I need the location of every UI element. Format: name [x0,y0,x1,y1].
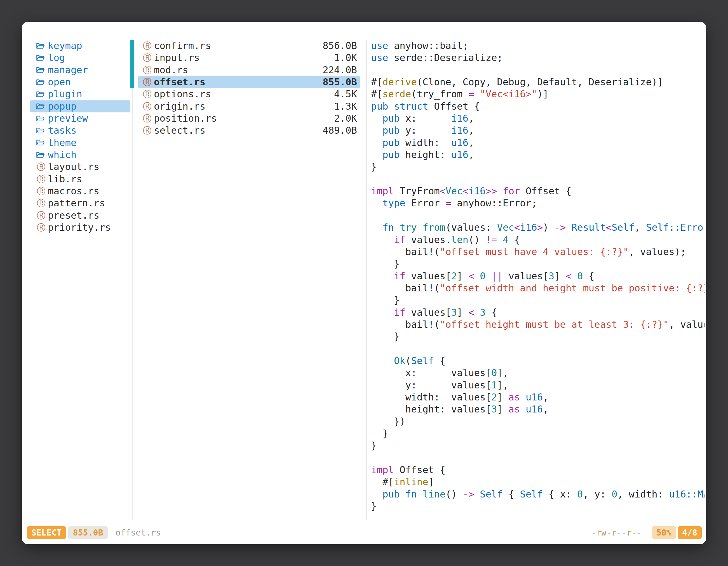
code-line: impl Offset { [371,464,704,476]
item-size: 2.0K [334,112,357,125]
code-line [371,210,704,222]
status-filename: offset.rs [116,528,161,537]
code-line: #[serde(try_from = "Vec<i16>")] [371,88,704,100]
permissions-text: -rw-r--r-- [591,528,642,537]
file-item-select-rs[interactable]: Ⓡselect.rs489.0B [138,125,360,137]
item-size: 489.0B [323,125,357,137]
code-line: pub fn line() -> Self { Self { x: 0, y: … [371,488,704,500]
folder-icon [36,55,46,61]
dir-item-preview[interactable]: preview [30,112,130,125]
rust-file-icon: Ⓡ [36,210,46,222]
folder-icon [36,152,46,158]
item-label: manager [48,64,88,76]
code-line: #[inline] [371,476,704,488]
parent-directory-list: keymaplogmanageropenpluginpopuppreviewta… [30,40,130,234]
item-size: 856.0B [323,40,357,52]
rust-file-icon: Ⓡ [142,64,152,76]
rust-file-icon: Ⓡ [142,52,152,64]
cursor-position-badge: 4/8 [678,526,702,539]
code-line [371,452,704,464]
current-directory-list: Ⓡconfirm.rs856.0BⓇinput.rs1.0KⓇmod.rs224… [138,40,360,137]
item-size: 4.5K [334,88,357,100]
folder-icon [36,127,46,134]
item-size: 1.0K [334,52,357,64]
item-label: confirm.rs [154,40,211,52]
rust-file-icon: Ⓡ [36,173,46,185]
item-label: plugin [48,88,82,100]
pane-separator-right [366,40,367,520]
code-line: pub height: u16, [371,149,704,161]
file-item-mod-rs[interactable]: Ⓡmod.rs224.0B [138,64,360,76]
file-item-preset-rs[interactable]: Ⓡpreset.rs [30,210,130,222]
file-item-macros-rs[interactable]: Ⓡmacros.rs [30,185,130,197]
code-line: } [371,161,704,173]
code-line: } [371,330,704,342]
dir-item-popup[interactable]: popup [30,100,130,112]
folder-icon [36,79,46,86]
code-line: } [371,440,704,452]
rust-file-icon: Ⓡ [36,197,46,209]
code-line: pub struct Offset { [371,100,704,112]
file-item-priority-rs[interactable]: Ⓡpriority.rs [30,222,130,234]
middle-pane-scrollbar[interactable] [130,40,134,88]
file-item-confirm-rs[interactable]: Ⓡconfirm.rs856.0B [138,40,360,52]
dir-item-log[interactable]: log [30,52,130,64]
dir-item-manager[interactable]: manager [30,64,130,76]
pane-separator-left [132,40,133,520]
code-line: if values[2] < 0 || values[3] < 0 { [371,270,704,282]
item-label: keymap [48,40,82,52]
item-size: 224.0B [323,64,357,76]
rust-file-icon: Ⓡ [142,40,152,52]
code-line [371,343,704,355]
folder-icon [36,103,46,110]
file-item-position-rs[interactable]: Ⓡposition.rs2.0K [138,112,360,125]
file-item-lib-rs[interactable]: Ⓡlib.rs [30,173,130,185]
code-line: height: values[3] as u16, [371,403,704,415]
folder-icon [36,67,46,73]
dir-item-plugin[interactable]: plugin [30,88,130,100]
file-item-layout-rs[interactable]: Ⓡlayout.rs [30,161,130,173]
code-line: bail!("offset height must be at least 3:… [371,318,704,330]
dir-item-open[interactable]: open [30,76,130,88]
file-item-origin-rs[interactable]: Ⓡorigin.rs1.3K [138,100,360,112]
file-item-offset-rs[interactable]: Ⓡoffset.rs855.0B [138,76,360,88]
item-label: priority.rs [48,222,111,234]
dir-item-tasks[interactable]: tasks [30,125,130,137]
item-label: which [48,149,76,161]
item-label: input.rs [154,52,200,64]
code-line [371,64,704,76]
code-line: fn try_from(values: Vec<i16>) -> Result<… [371,222,704,234]
code-line: bail!("offset width and height must be p… [371,282,704,294]
item-label: offset.rs [154,76,205,88]
item-size: 1.3K [334,100,357,112]
code-line: pub width: u16, [371,137,704,149]
item-label: lib.rs [48,173,82,185]
dir-item-which[interactable]: which [30,149,130,161]
rust-file-icon: Ⓡ [36,185,46,197]
code-line: pub x: i16, [371,112,704,125]
rust-file-icon: Ⓡ [142,88,152,100]
item-label: macros.rs [48,185,99,197]
dir-item-theme[interactable]: theme [30,137,130,149]
status-bar: SELECT 855.0B offset.rs -rw-r--r-- 50% 4… [27,526,702,539]
file-item-options-rs[interactable]: Ⓡoptions.rs4.5K [138,88,360,100]
code-line: #[derive(Clone, Copy, Debug, Default, De… [371,76,704,88]
code-line: if values[3] < 3 { [371,306,704,318]
code-line: impl TryFrom<Vec<i16>> for Offset { [371,185,704,197]
dir-item-keymap[interactable]: keymap [30,40,130,52]
item-label: preview [48,112,88,125]
mode-badge: SELECT [27,526,66,539]
item-size: 855.0B [323,76,357,88]
folder-icon [36,139,46,146]
code-line: } [371,427,704,440]
file-size-badge: 855.0B [68,526,107,539]
file-item-pattern-rs[interactable]: Ⓡpattern.rs [30,197,130,209]
file-item-input-rs[interactable]: Ⓡinput.rs1.0K [138,52,360,64]
scroll-percent-badge: 50% [652,526,676,539]
code-line: bail!("offset must have 4 values: {:?}",… [371,246,704,258]
file-preview-pane: use anyhow::bail;use serde::Deserialize;… [371,40,704,512]
code-preview: use anyhow::bail;use serde::Deserialize;… [371,40,704,512]
status-right-group: -rw-r--r-- 50% 4/8 [591,526,702,539]
rust-file-icon: Ⓡ [142,125,152,137]
file-manager-window: keymaplogmanageropenpluginpopuppreviewta… [22,22,706,544]
